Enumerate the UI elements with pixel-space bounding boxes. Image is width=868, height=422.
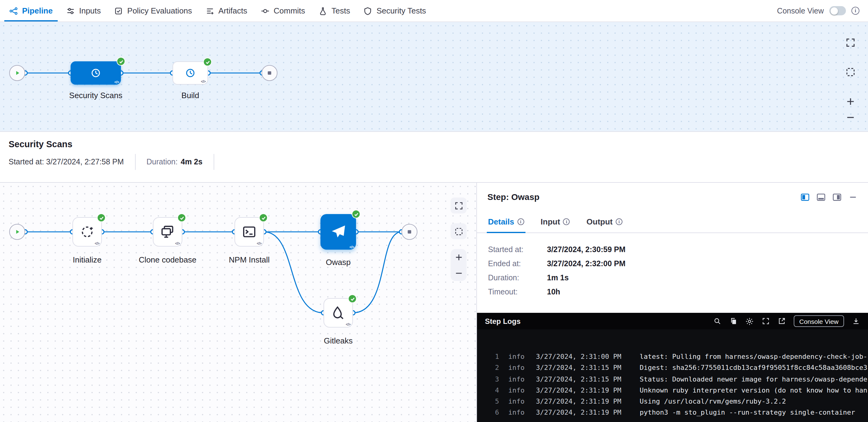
artifacts-icon [206, 6, 214, 15]
success-check-icon [97, 214, 105, 222]
step-logs-body[interactable]: 1info3/27/2024, 2:31:00 PMlatest: Pullin… [477, 329, 868, 422]
step-node-owasp[interactable]: </> [320, 214, 356, 250]
clone-codebase-icon [160, 225, 175, 239]
step-node-clone-codebase[interactable]: </> [153, 217, 182, 247]
stage-label: Build [181, 91, 199, 100]
zoom-controls [842, 93, 858, 125]
pipeline-start-node [9, 65, 25, 81]
step-panel-header: Step: Owasp [477, 183, 868, 211]
tab-label: Tests [332, 6, 350, 15]
tab-label: Inputs [79, 6, 101, 15]
expand-canvas-button[interactable] [451, 197, 467, 214]
bottom-split: </> Initialize </> Clone codebase </> NP… [0, 183, 868, 422]
stage-node-build[interactable]: </> [173, 61, 208, 85]
step-graph-canvas: </> Initialize </> Clone codebase </> NP… [0, 183, 477, 422]
log-line: 4info3/27/2024, 2:31:19 PMUnknown ruby i… [486, 385, 868, 396]
info-icon[interactable]: i [517, 218, 524, 225]
success-check-icon [177, 214, 186, 222]
layout-right-pane-icon[interactable] [832, 192, 842, 201]
info-icon[interactable]: i [851, 7, 859, 15]
stage-duration: Duration: 4m 2s [146, 154, 214, 170]
tab-commits[interactable]: Commits [254, 0, 312, 22]
stage-summary-bar: Security Scans Started at: 3/27/2024, 2:… [0, 131, 868, 183]
tab-tests[interactable]: Tests [312, 0, 357, 22]
tab-artifacts[interactable]: Artifacts [199, 0, 254, 22]
success-check-icon [352, 210, 360, 218]
zoom-in-button[interactable] [842, 93, 858, 109]
step-panel-tabs: Details i Input i Output i [477, 211, 868, 233]
zoom-controls [451, 249, 467, 281]
step-node-initialize[interactable]: </> [72, 217, 102, 247]
commit-icon [261, 6, 270, 15]
stage-graph-canvas: </> Security Scans </> Build [0, 22, 868, 131]
success-check-icon [259, 214, 268, 222]
policy-check-icon [115, 6, 123, 15]
nav-right: Console View i [777, 0, 859, 22]
stage-summary-title: Security Scans [9, 139, 859, 149]
step-canvas-controls [451, 197, 467, 281]
initialize-icon [80, 225, 95, 239]
tab-output[interactable]: Output i [587, 211, 622, 232]
step-logs-title: Step Logs [485, 317, 521, 325]
play-icon [13, 228, 22, 236]
settings-gear-icon[interactable] [745, 317, 754, 325]
nav-tabs: Pipeline Inputs Policy Evaluations Artif… [2, 0, 433, 22]
log-line: 2info3/27/2024, 2:31:15 PMDigest: sha256… [486, 363, 868, 374]
stage-edges [0, 22, 868, 131]
log-line: 5info3/27/2024, 2:31:19 PMUsing /usr/loc… [486, 396, 868, 408]
step-node-npm-install[interactable]: </> [235, 217, 264, 247]
stage-start-node [9, 224, 25, 240]
pipeline-execution-page: Pipeline Inputs Policy Evaluations Artif… [0, 0, 868, 422]
code-chip: </> [257, 242, 261, 245]
tab-inputs[interactable]: Inputs [60, 0, 108, 22]
code-chip: </> [346, 323, 350, 326]
step-label: Owasp [326, 258, 351, 267]
tab-policy-evaluations[interactable]: Policy Evaluations [108, 0, 199, 22]
zoom-out-button[interactable] [842, 109, 858, 125]
owasp-icon [330, 224, 346, 240]
step-label: NPM Install [229, 255, 270, 264]
console-view-toggle[interactable] [829, 6, 846, 15]
copy-icon[interactable] [729, 317, 737, 325]
log-line: 6info3/27/2024, 2:31:19 PMpython3 -m sto… [486, 408, 868, 419]
code-chip: </> [95, 242, 99, 245]
fullscreen-icon[interactable] [762, 317, 770, 325]
search-icon[interactable] [713, 317, 721, 325]
zoom-in-button[interactable] [451, 249, 467, 265]
code-chip: </> [114, 80, 119, 84]
tab-pipeline[interactable]: Pipeline [2, 0, 60, 22]
info-icon[interactable]: i [616, 218, 622, 225]
minimize-panel-icon[interactable] [848, 192, 858, 201]
stage-summary-row: Started at: 3/27/2024, 2:27:58 PM Durati… [9, 154, 859, 170]
tab-details[interactable]: Details i [488, 211, 524, 232]
success-check-icon [117, 57, 125, 66]
tab-label: Pipeline [22, 6, 53, 15]
zoom-out-button[interactable] [451, 265, 467, 281]
download-icon[interactable] [852, 317, 860, 325]
expand-canvas-button[interactable] [842, 34, 858, 50]
tab-label: Commits [274, 6, 305, 15]
stage-node-security-scans[interactable]: </> [71, 61, 121, 85]
marquee-select-button[interactable] [842, 64, 858, 80]
marquee-select-button[interactable] [451, 223, 467, 239]
info-icon[interactable]: i [563, 218, 570, 225]
top-nav: Pipeline Inputs Policy Evaluations Artif… [0, 0, 868, 22]
panel-layout-controls [801, 192, 858, 201]
step-logs-toolbar: Console View [713, 315, 860, 327]
stop-icon [265, 69, 274, 77]
layout-left-pane-icon[interactable] [801, 192, 810, 201]
stage-label: Security Scans [69, 91, 122, 100]
tab-security-tests[interactable]: Security Tests [357, 0, 433, 22]
layout-bottom-pane-icon[interactable] [816, 192, 826, 201]
open-external-icon[interactable] [778, 317, 786, 325]
step-node-gitleaks[interactable]: </> [323, 298, 353, 328]
console-view-button[interactable]: Console View [794, 315, 844, 327]
tab-label: Security Tests [377, 6, 426, 15]
stage-end-node [401, 224, 417, 240]
pipeline-icon [9, 6, 18, 15]
flask-icon [319, 6, 327, 15]
success-check-icon [348, 294, 356, 303]
step-label: Gitleaks [324, 336, 353, 345]
step-details-panel: Step: Owasp Details i Input i [477, 183, 868, 422]
tab-input[interactable]: Input i [540, 211, 570, 232]
